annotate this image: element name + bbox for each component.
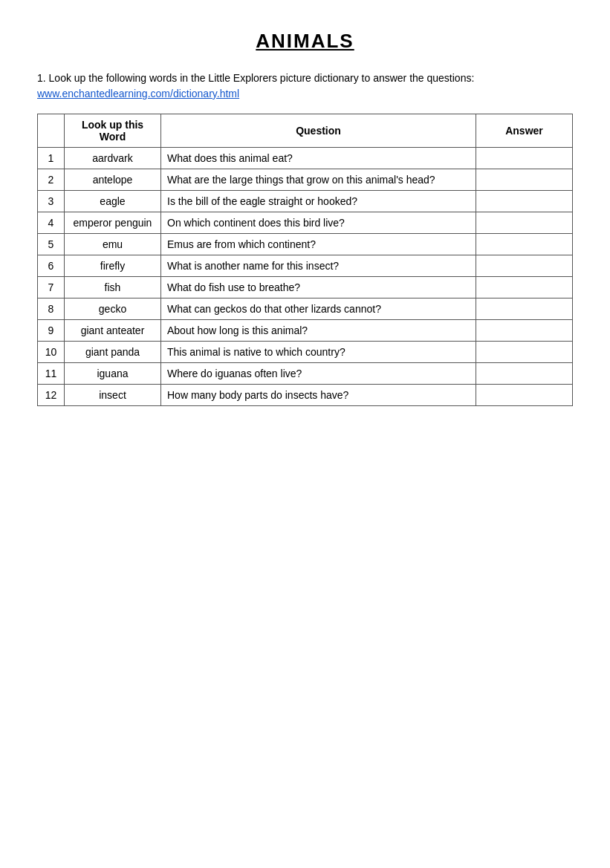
- row-number: 11: [38, 363, 65, 385]
- row-answer: [476, 277, 573, 298]
- row-word: giant panda: [65, 342, 161, 363]
- row-number: 7: [38, 277, 65, 298]
- row-answer: [476, 255, 573, 277]
- header-question: Question: [161, 114, 476, 148]
- row-question: What does this animal eat?: [161, 148, 476, 169]
- instructions-text: 1. Look up the following words in the Li…: [37, 72, 474, 84]
- row-number: 3: [38, 191, 65, 212]
- table-row: 1aardvarkWhat does this animal eat?: [38, 148, 573, 169]
- row-answer: [476, 342, 573, 363]
- row-word: firefly: [65, 255, 161, 277]
- instructions-block: 1. Look up the following words in the Li…: [37, 71, 573, 102]
- table-row: 4emperor penguinOn which continent does …: [38, 212, 573, 234]
- row-question: How many body parts do insects have?: [161, 385, 476, 406]
- row-word: antelope: [65, 169, 161, 191]
- row-question: About how long is this animal?: [161, 320, 476, 342]
- row-word: giant anteater: [65, 320, 161, 342]
- row-word: gecko: [65, 298, 161, 320]
- row-question: On which continent does this bird live?: [161, 212, 476, 234]
- row-answer: [476, 320, 573, 342]
- row-question: What are the large things that grow on t…: [161, 169, 476, 191]
- header-word: Look up this Word: [65, 114, 161, 148]
- row-word: iguana: [65, 363, 161, 385]
- dictionary-link[interactable]: www.enchantedlearning.com/dictionary.htm…: [37, 88, 239, 99]
- row-word: eagle: [65, 191, 161, 212]
- row-word: fish: [65, 277, 161, 298]
- table-row: 7fishWhat do fish use to breathe?: [38, 277, 573, 298]
- header-answer: Answer: [476, 114, 573, 148]
- table-row: 5emuEmus are from which continent?: [38, 234, 573, 255]
- row-answer: [476, 298, 573, 320]
- row-question: Is the bill of the eagle straight or hoo…: [161, 191, 476, 212]
- table-row: 8geckoWhat can geckos do that other liza…: [38, 298, 573, 320]
- row-answer: [476, 385, 573, 406]
- row-word: emu: [65, 234, 161, 255]
- table-row: 11iguanaWhere do iguanas often live?: [38, 363, 573, 385]
- table-row: 10giant pandaThis animal is native to wh…: [38, 342, 573, 363]
- row-number: 8: [38, 298, 65, 320]
- row-answer: [476, 234, 573, 255]
- row-answer: [476, 363, 573, 385]
- row-question: What is another name for this insect?: [161, 255, 476, 277]
- row-word: insect: [65, 385, 161, 406]
- row-answer: [476, 191, 573, 212]
- row-answer: [476, 148, 573, 169]
- row-question: Where do iguanas often live?: [161, 363, 476, 385]
- table-row: 2antelopeWhat are the large things that …: [38, 169, 573, 191]
- row-number: 5: [38, 234, 65, 255]
- row-question: Emus are from which continent?: [161, 234, 476, 255]
- table-row: 12insectHow many body parts do insects h…: [38, 385, 573, 406]
- row-number: 9: [38, 320, 65, 342]
- animals-table: Look up this Word Question Answer 1aardv…: [37, 114, 573, 406]
- table-row: 3eagleIs the bill of the eagle straight …: [38, 191, 573, 212]
- row-question: What do fish use to breathe?: [161, 277, 476, 298]
- row-word: aardvark: [65, 148, 161, 169]
- row-number: 2: [38, 169, 65, 191]
- row-number: 10: [38, 342, 65, 363]
- header-num: [38, 114, 65, 148]
- row-answer: [476, 212, 573, 234]
- row-number: 12: [38, 385, 65, 406]
- row-number: 4: [38, 212, 65, 234]
- row-question: This animal is native to which country?: [161, 342, 476, 363]
- table-row: 9giant anteaterAbout how long is this an…: [38, 320, 573, 342]
- row-number: 1: [38, 148, 65, 169]
- row-question: What can geckos do that other lizards ca…: [161, 298, 476, 320]
- row-answer: [476, 169, 573, 191]
- page-title: ANIMALS: [37, 30, 573, 53]
- row-number: 6: [38, 255, 65, 277]
- table-row: 6fireflyWhat is another name for this in…: [38, 255, 573, 277]
- row-word: emperor penguin: [65, 212, 161, 234]
- table-header-row: Look up this Word Question Answer: [38, 114, 573, 148]
